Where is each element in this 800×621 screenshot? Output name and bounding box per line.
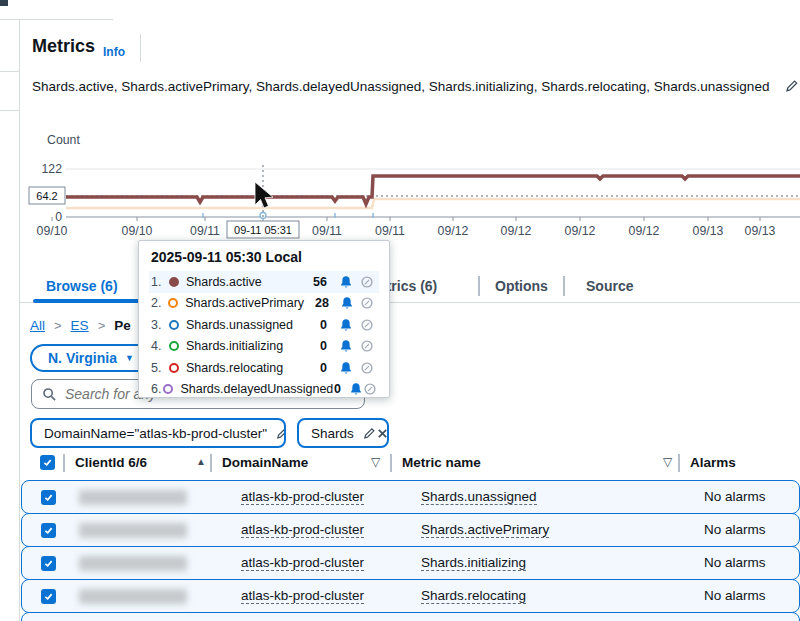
anomaly-detection-icon[interactable] bbox=[356, 318, 377, 332]
search-icon bbox=[42, 387, 57, 402]
domain-link[interactable]: atlas-kb-prod-cluster bbox=[241, 489, 364, 505]
sort-icon[interactable]: ▽ bbox=[371, 455, 380, 469]
svg-text:09/11: 09/11 bbox=[312, 224, 342, 238]
sort-ascending-icon[interactable]: ▲ bbox=[196, 456, 206, 467]
info-link[interactable]: Info bbox=[103, 45, 125, 59]
table-row[interactable]: atlas-kb-prod-cluster Shards.unassigned … bbox=[21, 480, 800, 514]
metric-link[interactable]: Shards.initializing bbox=[421, 555, 526, 571]
tooltip-row: 2. Shards.activePrimary 28 bbox=[149, 293, 379, 315]
redacted-client-id bbox=[79, 490, 187, 505]
x-axis-ticks bbox=[52, 217, 760, 221]
column-header-metric[interactable]: Metric name bbox=[402, 455, 481, 470]
tooltip-row: 6. Shards.delayedUnassigned 0 bbox=[149, 379, 379, 401]
table-row[interactable]: atlas-kb-prod-cluster Shards.relocating … bbox=[21, 579, 800, 613]
domain-link[interactable]: atlas-kb-prod-cluster bbox=[241, 522, 364, 538]
create-alarm-bell-icon[interactable] bbox=[335, 339, 356, 353]
left-panel-border bbox=[19, 19, 20, 621]
y-tick-122: 122 bbox=[41, 162, 62, 176]
anomaly-detection-icon[interactable] bbox=[363, 382, 377, 396]
region-label: N. Virginia bbox=[48, 350, 117, 366]
region-selector[interactable]: N. Virginia ▼ bbox=[30, 344, 152, 372]
table-row[interactable]: atlas-kb-prod-cluster Shards.activePrima… bbox=[21, 513, 800, 547]
rail-separator bbox=[0, 110, 19, 111]
tab-options[interactable]: Options bbox=[495, 278, 548, 294]
anomaly-detection-icon[interactable] bbox=[356, 361, 377, 375]
row-checkbox[interactable] bbox=[41, 523, 56, 538]
filter-chip-shards: Shards bbox=[297, 418, 389, 448]
svg-text:09/13: 09/13 bbox=[745, 224, 776, 238]
redacted-client-id bbox=[79, 523, 187, 538]
breadcrumb-all[interactable]: All bbox=[30, 318, 45, 333]
tooltip-row: 1. Shards.active 56 bbox=[149, 271, 379, 293]
svg-text:09/12: 09/12 bbox=[438, 224, 469, 238]
tab-browse[interactable]: Browse (6) bbox=[46, 278, 118, 294]
series-swatch bbox=[169, 277, 179, 287]
cloudwatch-metrics-panel: Metrics Info Shards.active, Shards.activ… bbox=[0, 0, 800, 621]
tooltip-row: 3. Shards.unassigned 0 bbox=[149, 314, 379, 336]
create-alarm-bell-icon[interactable] bbox=[337, 296, 357, 310]
svg-text:09/10: 09/10 bbox=[122, 224, 153, 238]
row-checkbox[interactable] bbox=[41, 556, 56, 571]
sort-icon[interactable]: ▽ bbox=[663, 455, 672, 469]
svg-text:09-11 05:31: 09-11 05:31 bbox=[234, 224, 292, 236]
anomaly-detection-icon[interactable] bbox=[356, 339, 377, 353]
breadcrumb-es[interactable]: ES bbox=[71, 318, 89, 333]
alarms-cell: No alarms bbox=[704, 588, 766, 603]
y-tick-0: 0 bbox=[55, 210, 62, 224]
domain-link[interactable]: atlas-kb-prod-cluster bbox=[241, 588, 364, 604]
series-active-primary bbox=[66, 199, 800, 208]
y-axis-unit: Count bbox=[47, 133, 80, 147]
row-checkbox[interactable] bbox=[41, 490, 56, 505]
metric-link[interactable]: Shards.relocating bbox=[421, 588, 526, 604]
edit-metrics-icon[interactable] bbox=[784, 78, 799, 97]
tab-divider bbox=[563, 276, 565, 296]
create-alarm-bell-icon[interactable] bbox=[335, 275, 356, 289]
svg-text:09/13: 09/13 bbox=[693, 224, 724, 238]
create-alarm-bell-icon[interactable] bbox=[335, 318, 356, 332]
redacted-client-id bbox=[79, 556, 187, 571]
edit-filter-icon[interactable] bbox=[362, 420, 376, 446]
metric-link[interactable]: Shards.unassigned bbox=[421, 489, 537, 505]
chart-canvas: Count 122 0 09/10 09/10 09/11 09/11 bbox=[19, 130, 800, 245]
metric-link[interactable]: Shards.activePrimary bbox=[421, 522, 549, 538]
corner-fragment bbox=[0, 0, 8, 6]
chevron-right-icon: > bbox=[98, 318, 106, 333]
create-alarm-bell-icon[interactable] bbox=[335, 361, 356, 375]
column-header-alarms[interactable]: Alarms bbox=[690, 455, 736, 470]
column-header-domain[interactable]: DomainName bbox=[222, 455, 308, 470]
svg-text:09/11: 09/11 bbox=[375, 224, 405, 238]
svg-text:09/12: 09/12 bbox=[565, 224, 596, 238]
tab-source[interactable]: Source bbox=[586, 278, 633, 294]
table-row[interactable]: atlas-kb-prod-cluster Shards.initializin… bbox=[21, 546, 800, 580]
filter-chip-label: DomainName="atlas-kb-prod-cluster" bbox=[32, 420, 275, 446]
tooltip-row: 4. Shards.initializing 0 bbox=[149, 336, 379, 358]
top-edge-line bbox=[0, 19, 113, 20]
tooltip-timestamp: 2025-09-11 05:30 Local bbox=[149, 247, 379, 271]
table-row-partial[interactable] bbox=[21, 612, 800, 621]
domain-link[interactable]: atlas-kb-prod-cluster bbox=[241, 555, 364, 571]
chevron-down-icon: ▼ bbox=[125, 353, 134, 363]
column-header-clientid[interactable]: ClientId 6/6 bbox=[75, 455, 147, 470]
hover-value-label: 64.2 bbox=[29, 187, 65, 204]
svg-text:09/11: 09/11 bbox=[190, 224, 220, 238]
x-axis-labels: 09/10 09/10 09/11 09/11 09/11 09/11 09/1… bbox=[37, 224, 776, 238]
row-checkbox[interactable] bbox=[41, 589, 56, 604]
create-alarm-bell-icon[interactable] bbox=[349, 382, 363, 396]
series-swatch bbox=[169, 363, 179, 373]
rail-separator bbox=[0, 71, 19, 72]
alarms-cell: No alarms bbox=[704, 555, 766, 570]
svg-text:64.2: 64.2 bbox=[36, 190, 57, 202]
alarms-cell: No alarms bbox=[704, 522, 766, 537]
series-swatch bbox=[169, 341, 179, 351]
select-all-checkbox[interactable] bbox=[40, 455, 55, 470]
header-divider bbox=[140, 34, 141, 62]
svg-text:09/12: 09/12 bbox=[629, 224, 660, 238]
breadcrumb: All > ES > Pe bbox=[30, 318, 131, 333]
graphed-metrics-summary: Shards.active, Shards.activePrimary, Sha… bbox=[32, 79, 780, 94]
edit-filter-icon[interactable] bbox=[275, 420, 286, 446]
anomaly-detection-icon[interactable] bbox=[357, 296, 377, 310]
remove-filter-icon[interactable] bbox=[376, 420, 389, 446]
filter-chip-domain: DomainName="atlas-kb-prod-cluster" bbox=[30, 418, 286, 448]
anomaly-detection-icon[interactable] bbox=[356, 275, 377, 289]
metrics-chart: Count 122 0 09/10 09/10 09/11 09/11 bbox=[19, 130, 800, 245]
